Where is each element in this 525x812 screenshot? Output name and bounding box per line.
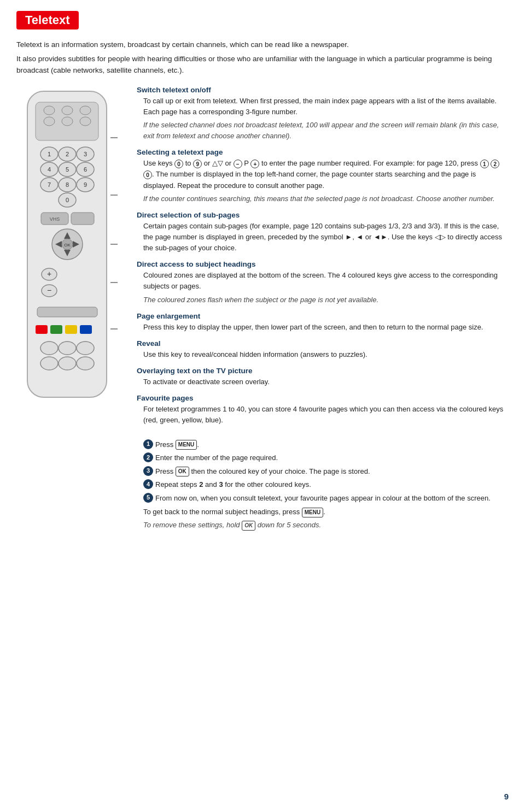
section-direct-selection: Direct selection of sub-pages Certain pa… (137, 211, 509, 254)
enlargement-body: Press this key to display the upper, the… (143, 322, 509, 333)
section-switch-teletext: Switch teletext on/off To call up or exi… (137, 86, 509, 142)
step-1-text: Press MENU. (155, 439, 509, 450)
svg-point-2 (44, 106, 55, 115)
section-page-enlargement: Page enlargement Press this key to displ… (137, 312, 509, 333)
key-2: 2 (491, 160, 499, 168)
svg-rect-45 (65, 325, 77, 334)
svg-text:9: 9 (84, 181, 87, 188)
selecting-body1: Use keys 0 to 9 or △▽ or − P + to enter … (143, 158, 509, 191)
intro-line2: It also provides subtitles for people wi… (16, 54, 509, 76)
svg-point-7 (80, 117, 91, 126)
section-reveal: Reveal Use this key to reveal/conceal hi… (137, 339, 509, 360)
section-body-selecting: Use keys 0 to 9 or △▽ or − P + to enter … (137, 158, 509, 204)
step-5-text: From now on, when you consult teletext, … (155, 493, 509, 504)
intro-line1: Teletext is an information system, broad… (16, 39, 509, 50)
section-body-direct-access: Coloured zones are displayed at the bott… (137, 270, 509, 305)
remote-illustration: 1 2 3 4 5 6 7 8 9 0 (16, 86, 126, 538)
svg-point-3 (62, 106, 73, 115)
key-9: 9 (193, 160, 202, 168)
section-title-switch: Switch teletext on/off (137, 86, 509, 94)
svg-rect-43 (36, 325, 48, 334)
direct-access-body1: Coloured zones are displayed at the bott… (143, 270, 509, 292)
section-body-enlargement: Press this key to display the upper, the… (137, 322, 509, 333)
svg-text:0: 0 (66, 197, 69, 203)
svg-rect-44 (50, 325, 62, 334)
section-selecting-page: Selecting a teletext page Use keys 0 to … (137, 148, 509, 204)
step-4-circle: 4 (143, 479, 153, 489)
section-body-favourite: For teletext programmes 1 to 40, you can… (137, 404, 509, 531)
step-1-circle: 1 (143, 439, 153, 449)
section-title-enlargement: Page enlargement (137, 312, 509, 320)
favourite-intro: For teletext programmes 1 to 40, you can… (143, 404, 509, 426)
direct-access-italic: The coloured zones flash when the subjec… (143, 295, 509, 305)
svg-text:−: − (47, 286, 51, 295)
step-2-text: Enter the number of the page required. (155, 452, 509, 463)
section-body-overlaying: To activate or deactivate screen overlay… (137, 376, 509, 387)
section-direct-access: Direct access to subject headings Colour… (137, 260, 509, 305)
svg-text:5: 5 (66, 166, 69, 173)
step-5-row: 5 From now on, when you consult teletext… (143, 493, 509, 504)
switch-italic: If the selected channel does not broadca… (143, 120, 509, 142)
step-4-text: Repeat steps 2 and 3 for the other colou… (155, 479, 509, 490)
menu-key: MENU (176, 440, 197, 450)
section-favourite-pages: Favourite pages For teletext programmes … (137, 394, 509, 531)
svg-text:8: 8 (66, 181, 69, 188)
step-1-row: 1 Press MENU. (143, 439, 509, 450)
overlaying-body: To activate or deactivate screen overlay… (143, 376, 509, 387)
key-plus: + (250, 160, 259, 168)
instructions-column: Switch teletext on/off To call up or exi… (137, 86, 509, 538)
section-body-direct-sel: Certain pages contain sub-pages (for exa… (137, 221, 509, 254)
svg-point-48 (59, 342, 76, 355)
svg-point-6 (62, 117, 73, 126)
svg-text:1: 1 (48, 151, 51, 157)
key-1: 1 (480, 160, 489, 168)
svg-point-51 (59, 357, 76, 370)
key-0b: 0 (143, 170, 152, 179)
step-3-circle: 3 (143, 466, 153, 476)
section-title-direct-sel: Direct selection of sub-pages (137, 211, 509, 219)
section-title-direct-access: Direct access to subject headings (137, 260, 509, 268)
svg-text:4: 4 (48, 166, 51, 173)
svg-point-52 (77, 357, 94, 370)
ok-key-footer: OK (242, 521, 255, 531)
svg-text:3: 3 (84, 151, 87, 157)
page-title-badge: Teletext (16, 11, 79, 30)
favourite-footer2: To remove these settings, hold OK down f… (143, 520, 509, 531)
main-content: 1 2 3 4 5 6 7 8 9 0 (16, 86, 509, 538)
svg-text:7: 7 (48, 181, 51, 188)
svg-text:OK: OK (64, 243, 71, 248)
step-2-circle: 2 (143, 452, 153, 462)
favourite-footer1: To get back to the normal subject headin… (143, 507, 509, 517)
svg-rect-30 (71, 213, 94, 225)
intro-section: Teletext is an information system, broad… (16, 39, 509, 76)
section-body-reveal: Use this key to reveal/conceal hidden in… (137, 349, 509, 360)
svg-point-5 (44, 117, 55, 126)
ok-key: OK (176, 467, 189, 476)
step-4-row: 4 Repeat steps 2 and 3 for the other col… (143, 479, 509, 490)
step-3-row: 3 Press OK then the coloured key of your… (143, 466, 509, 477)
svg-text:+: + (47, 269, 51, 278)
section-title-reveal: Reveal (137, 339, 509, 348)
step-5-circle: 5 (143, 493, 153, 503)
section-title-selecting: Selecting a teletext page (137, 148, 509, 156)
direct-sel-body: Certain pages contain sub-pages (for exa… (143, 221, 509, 254)
svg-rect-46 (80, 325, 92, 334)
svg-rect-42 (37, 307, 97, 317)
section-overlaying: Overlaying text on the TV picture To act… (137, 367, 509, 387)
menu-key-footer: MENU (302, 508, 323, 517)
svg-point-4 (80, 106, 91, 115)
svg-point-47 (40, 342, 58, 355)
page-number: 9 (504, 792, 509, 801)
key-minus: − (234, 160, 242, 168)
section-body-switch: To call up or exit from teletext. When f… (137, 96, 509, 142)
section-title-overlaying: Overlaying text on the TV picture (137, 367, 509, 375)
reveal-body: Use this key to reveal/conceal hidden in… (143, 349, 509, 360)
switch-body1: To call up or exit from teletext. When f… (143, 96, 509, 117)
section-title-favourite: Favourite pages (137, 394, 509, 402)
svg-text:2: 2 (66, 151, 69, 157)
selecting-italic: If the counter continues searching, this… (143, 193, 509, 204)
key-0: 0 (174, 160, 183, 168)
svg-point-50 (40, 357, 58, 370)
svg-text:VHS: VHS (50, 216, 60, 222)
step-2-row: 2 Enter the number of the page required. (143, 452, 509, 463)
